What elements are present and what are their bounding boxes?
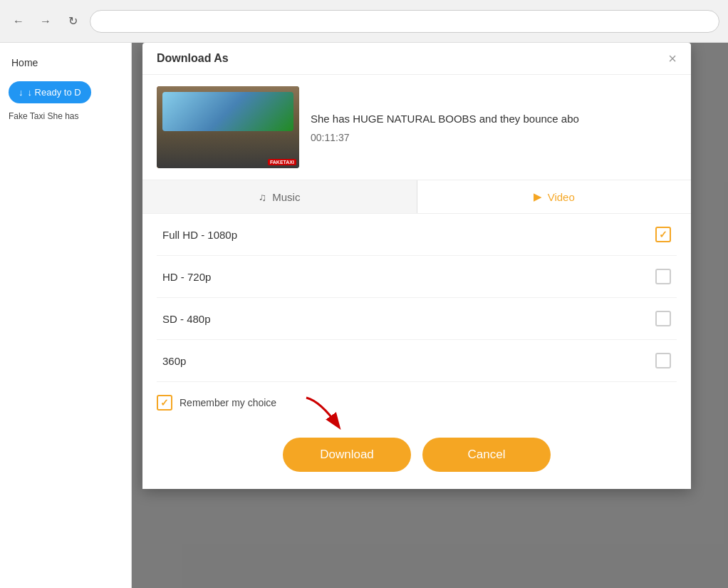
- cancel-button[interactable]: Cancel: [422, 438, 551, 472]
- main-content: Download As × FAKETAXI She has HUGE NATU…: [132, 43, 728, 588]
- quality-item-360p: 360p: [157, 340, 677, 382]
- download-as-modal: Download As × FAKETAXI She has HUGE NATU…: [142, 43, 691, 489]
- quality-list: Full HD - 1080p HD - 720p SD - 480p 360p: [142, 214, 691, 382]
- quality-checkbox-720p[interactable]: [655, 269, 671, 284]
- video-title: She has HUGE NATURAL BOOBS and they boun…: [311, 111, 677, 126]
- remember-choice-row: Remember my choice: [142, 382, 691, 423]
- quality-item-1080p: Full HD - 1080p: [157, 214, 677, 256]
- video-preview-section: FAKETAXI She has HUGE NATURAL BOOBS and …: [142, 75, 691, 180]
- modal-close-button[interactable]: ×: [668, 51, 677, 66]
- browser-topbar: ← → ↻: [0, 0, 728, 43]
- remember-checkbox[interactable]: [157, 395, 172, 411]
- download-arrow-icon: ↓: [19, 87, 24, 98]
- video-tab-label: Video: [548, 191, 575, 203]
- music-icon: ♫: [259, 191, 266, 203]
- sidebar-home-label: Home: [0, 51, 131, 74]
- ready-to-label: ↓ Ready to D: [28, 87, 81, 98]
- back-button[interactable]: ←: [9, 11, 28, 31]
- download-button[interactable]: Download: [283, 438, 411, 472]
- quality-item-720p: HD - 720p: [157, 256, 677, 298]
- quality-checkbox-1080p[interactable]: [655, 227, 671, 242]
- thumbnail-image: FAKETAXI: [157, 86, 299, 168]
- video-tab-icon: ▶: [534, 190, 542, 203]
- quality-label-360p: 360p: [162, 355, 186, 367]
- faketaxi-badge: FAKETAXI: [268, 159, 296, 165]
- quality-checkbox-360p[interactable]: [655, 353, 671, 368]
- video-info: She has HUGE NATURAL BOOBS and they boun…: [311, 111, 677, 143]
- quality-label-480p: SD - 480p: [162, 313, 211, 325]
- ready-to-download-button[interactable]: ↓ ↓ Ready to D: [9, 81, 91, 103]
- address-bar[interactable]: [90, 10, 719, 33]
- quality-label-1080p: Full HD - 1080p: [162, 229, 237, 241]
- video-thumbnail: FAKETAXI: [157, 86, 299, 168]
- quality-item-480p: SD - 480p: [157, 298, 677, 340]
- music-tab[interactable]: ♫ Music: [142, 180, 417, 213]
- video-tab[interactable]: ▶ Video: [417, 180, 692, 213]
- forward-button[interactable]: →: [36, 11, 56, 31]
- sidebar: Home ↓ ↓ Ready to D Fake Taxi She has: [0, 43, 132, 588]
- modal-header: Download As ×: [142, 43, 691, 75]
- quality-label-720p: HD - 720p: [162, 271, 211, 283]
- music-tab-label: Music: [272, 191, 300, 203]
- video-duration: 00:11:37: [311, 132, 677, 143]
- quality-checkbox-480p[interactable]: [655, 311, 671, 326]
- thumbnail-window: [162, 92, 293, 131]
- action-buttons-row: Download Cancel: [142, 423, 691, 489]
- modal-title: Download As: [157, 52, 229, 65]
- sidebar-video-title: Fake Taxi She has: [9, 110, 123, 123]
- format-tabs: ♫ Music ▶ Video: [142, 180, 691, 214]
- reload-button[interactable]: ↻: [63, 11, 83, 31]
- remember-label: Remember my choice: [180, 397, 276, 408]
